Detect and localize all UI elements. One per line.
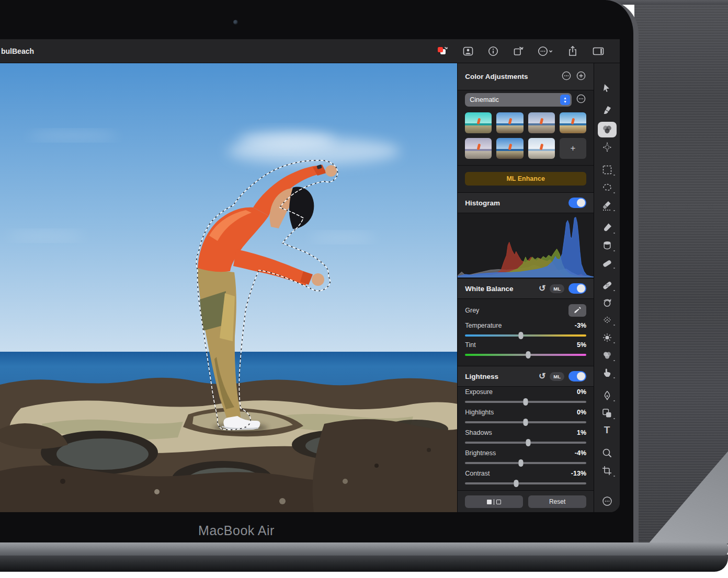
- panel-title: Color Adjustments: [465, 73, 528, 80]
- white-balance-header: White Balance ↺ ML: [458, 278, 594, 299]
- highlights-slider[interactable]: [465, 419, 586, 426]
- screenshot-stage: MacBook Air bulBeach: [0, 0, 728, 578]
- slider-value: 0%: [577, 388, 586, 396]
- preset-dropdown[interactable]: Cinematic ▲▼: [465, 93, 572, 107]
- preset-thumb[interactable]: [528, 138, 555, 159]
- laptop-side-edge: [634, 0, 728, 545]
- more-tools-icon[interactable]: [601, 495, 613, 507]
- white-balance-reset-icon[interactable]: ↺: [539, 284, 545, 293]
- slider-thumb[interactable]: [518, 332, 523, 339]
- histogram-label: Histogram: [465, 199, 500, 207]
- slider-thumb[interactable]: [518, 459, 523, 467]
- type-tool-icon[interactable]: T: [601, 424, 613, 436]
- preset-thumbnails: +: [458, 109, 594, 165]
- histogram-toggle[interactable]: [568, 198, 586, 208]
- clone-tool-icon[interactable]: [601, 297, 613, 308]
- pen-tool-icon[interactable]: [601, 390, 613, 401]
- share-icon[interactable]: [566, 45, 579, 57]
- color-adjustments-tool-selected[interactable]: [598, 122, 617, 137]
- slider-value: -13%: [571, 470, 586, 477]
- lightness-header: Lightness ↺ ML: [458, 366, 594, 387]
- preset-ellipsis-circle-icon[interactable]: [576, 94, 586, 106]
- paint-tool-icon[interactable]: [601, 222, 613, 234]
- slider-thumb[interactable]: [524, 398, 528, 406]
- slider-thumb[interactable]: [526, 439, 530, 446]
- effects-tool-icon[interactable]: [601, 142, 613, 153]
- smart-select-tool-icon[interactable]: [601, 200, 613, 211]
- preset-thumb[interactable]: [496, 138, 523, 159]
- add-preset-button[interactable]: +: [560, 138, 586, 159]
- crop-tool-icon[interactable]: [601, 465, 613, 477]
- tint-slider[interactable]: [465, 351, 586, 359]
- webcam: [233, 20, 238, 25]
- tool-sidebar: T: [594, 63, 620, 512]
- style-tool-icon[interactable]: [601, 105, 613, 116]
- slider-value: -3%: [575, 322, 586, 329]
- preset-thumb[interactable]: [560, 112, 586, 133]
- free-select-tool-icon[interactable]: [601, 182, 613, 193]
- histogram-header: Histogram: [458, 192, 594, 213]
- lightness-ml-button[interactable]: ML: [550, 372, 564, 381]
- portrait-mask-icon[interactable]: [462, 45, 474, 57]
- contrast-slider[interactable]: [465, 480, 586, 487]
- ml-enhance-button[interactable]: ML Enhance: [465, 172, 586, 186]
- lightness-title: Lightness: [465, 373, 498, 380]
- brightness-slider[interactable]: [465, 459, 586, 467]
- toggle-sidebar-icon[interactable]: [592, 45, 605, 57]
- white-balance-toggle[interactable]: [568, 283, 586, 294]
- compare-button[interactable]: [465, 495, 523, 508]
- lightness-reset-icon[interactable]: ↺: [539, 372, 545, 380]
- slider-temperature: Temperature-3%: [458, 321, 594, 341]
- white-balance-ml-button[interactable]: ML: [550, 284, 564, 293]
- slider-exposure: Exposure0%: [458, 387, 594, 407]
- grey-label: Grey: [465, 307, 479, 314]
- slider-tint: Tint5%: [458, 341, 594, 366]
- preset-thumb[interactable]: [465, 112, 492, 133]
- preset-thumb[interactable]: [528, 112, 555, 133]
- arrange-tool-icon[interactable]: [601, 83, 613, 94]
- zoom-tool-icon[interactable]: [601, 447, 613, 459]
- info-icon[interactable]: [487, 45, 499, 57]
- document-title: bulBeach: [1, 47, 34, 55]
- photo-canvas[interactable]: [0, 63, 457, 512]
- shadows-slider[interactable]: [465, 439, 586, 446]
- exposure-slider[interactable]: [465, 398, 586, 406]
- grey-eyedropper-button[interactable]: [568, 304, 586, 317]
- fill-tool-icon[interactable]: [601, 240, 613, 251]
- lightness-toggle[interactable]: [568, 371, 586, 382]
- slider-thumb[interactable]: [514, 480, 518, 487]
- rotate-icon[interactable]: [512, 45, 525, 57]
- slider-value: 1%: [577, 429, 586, 436]
- preset-thumb[interactable]: [496, 112, 523, 133]
- warp-tool-icon[interactable]: [601, 367, 613, 378]
- rect-select-tool-icon[interactable]: [601, 164, 613, 176]
- color-swatches-revert-icon[interactable]: [436, 45, 449, 57]
- temperature-slider[interactable]: [465, 332, 586, 339]
- dropdown-stepper-icon: ▲▼: [560, 95, 570, 105]
- preset-dropdown-value: Cinematic: [470, 96, 499, 103]
- more-options-icon[interactable]: [537, 45, 554, 57]
- app-window: bulBeach: [0, 39, 620, 512]
- slider-highlights: Highlights0%: [458, 407, 594, 427]
- preset-thumb[interactable]: [465, 138, 492, 159]
- slider-thumb[interactable]: [524, 419, 528, 426]
- add-preset-circle-icon[interactable]: [576, 71, 586, 83]
- ellipsis-circle-icon[interactable]: [561, 71, 572, 83]
- erase-tool-icon[interactable]: [601, 257, 613, 269]
- dodge-tool-icon[interactable]: [601, 332, 613, 343]
- slider-contrast: Contrast-13%: [458, 468, 594, 489]
- title-bar-actions: [436, 45, 620, 57]
- slider-shadows: Shadows1%: [458, 427, 594, 448]
- blur-tool-icon[interactable]: [601, 314, 613, 326]
- compare-icon: [487, 500, 492, 504]
- slider-thumb[interactable]: [526, 351, 530, 359]
- slider-brightness: Brightness-4%: [458, 448, 594, 468]
- reset-button[interactable]: Reset: [528, 495, 586, 508]
- shapes-tool-icon[interactable]: [601, 408, 613, 419]
- slider-value: -4%: [575, 449, 586, 457]
- color-adjustments-panel: Color Adjustments Cinematic ▲▼: [457, 63, 594, 512]
- histogram-chart: [458, 213, 594, 278]
- color-replace-tool-icon[interactable]: [601, 350, 613, 361]
- retouch-tool-icon[interactable]: [601, 280, 613, 291]
- laptop-hinge: [0, 542, 728, 556]
